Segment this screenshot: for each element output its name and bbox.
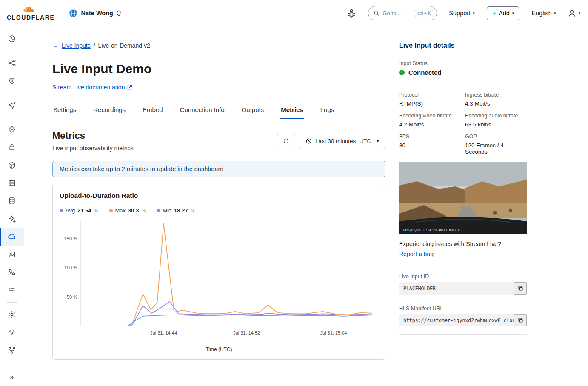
collapse-icon: » (10, 373, 14, 381)
tab-recordings[interactable]: Recordings (92, 101, 126, 119)
time-range-dropdown[interactable]: Last 30 minutes UTC (300, 134, 385, 148)
sidebar-item-package[interactable] (0, 156, 24, 174)
hls-manifest-url-value[interactable]: https://customer-igynxd2rwhmuoxw8.cloudf (399, 314, 514, 326)
sparkle-icon (8, 214, 16, 223)
chart-legend: Avg 21.54 % Max 30.3 % Min 18.27 % (60, 207, 378, 214)
tab-logs[interactable]: Logs (320, 101, 335, 119)
legend-label: Avg (66, 207, 75, 214)
language-label: English (531, 10, 552, 17)
breadcrumb: ← Live Inputs / Live-on-Demand v2 (52, 42, 385, 49)
search-input[interactable] (382, 10, 412, 17)
image-icon (8, 250, 16, 259)
sidebar-item-audit[interactable] (0, 323, 24, 341)
fork-icon (8, 346, 16, 355)
tab-metrics[interactable]: Metrics (280, 101, 304, 119)
chevron-down-icon: ▾ (554, 11, 556, 15)
pipeline-icon (8, 286, 16, 295)
tab-outputs[interactable]: Outputs (241, 101, 265, 119)
svg-text:Jul 31, 14:44: Jul 31, 14:44 (150, 330, 177, 335)
sidebar-item-network[interactable] (0, 54, 24, 72)
user-icon (568, 9, 576, 17)
bug-icon[interactable] (347, 8, 356, 18)
clock-icon (8, 34, 16, 43)
lock-icon (8, 143, 16, 152)
globe-icon (69, 9, 77, 17)
sidebar-item-send[interactable] (0, 96, 24, 114)
sidebar-item-pipelines[interactable] (0, 281, 24, 299)
account-switcher[interactable]: Nate Wong (66, 6, 124, 20)
tag-icon (8, 125, 16, 134)
refresh-icon (283, 138, 289, 144)
field-value: 63.5 kbit/s (465, 121, 527, 128)
sidebar-divider (7, 93, 17, 93)
svg-text:150 %: 150 % (64, 236, 77, 241)
back-arrow-icon: ← (52, 42, 59, 49)
breadcrumb-live-inputs-link[interactable]: Live Inputs (62, 42, 91, 49)
issues-text: Experiencing issues with Stream Live? (399, 240, 527, 247)
field-label: GOP (465, 134, 527, 140)
sidebar-item-locations[interactable] (0, 72, 24, 90)
stream-documentation-link[interactable]: Stream Live documentation (52, 84, 132, 91)
legend-value: 30.3 (128, 207, 139, 214)
field-label: Encoding audio bitrate (465, 113, 527, 119)
sidebar-item-fork[interactable] (0, 341, 24, 359)
legend-unit: % (191, 208, 195, 213)
global-search[interactable]: ctrl + K (368, 6, 437, 20)
status-dot (399, 70, 405, 75)
sidebar-item-calls[interactable] (0, 263, 24, 281)
divider (399, 266, 527, 266)
sidebar-item-database[interactable] (0, 192, 24, 210)
sidebar-item-ssl[interactable] (0, 138, 24, 156)
sidebar-collapse-button[interactable]: » (0, 368, 24, 386)
hls-manifest-url-label: HLS Manifest URL (399, 306, 527, 312)
sidebar-item-settings[interactable] (0, 306, 24, 323)
field-gop: GOP 120 Frames / 4 Seconds (465, 134, 527, 155)
svg-text:50 %: 50 % (67, 295, 77, 300)
chart-card: Upload-to-Duration Ratio Avg 21.54 % Max… (52, 185, 385, 360)
support-label: Support (449, 10, 471, 17)
support-menu[interactable]: Support ▾ (449, 10, 474, 17)
legend-value: 21.54 (77, 207, 91, 214)
location-pin-icon (8, 77, 16, 85)
sidebar-item-tag[interactable] (0, 120, 24, 138)
divider (399, 334, 527, 335)
field-fps: FPS 30 (399, 134, 461, 155)
live-video-preview[interactable]: 2021/01/20 17:34:29 AUKEY DR02 P (399, 162, 527, 234)
live-input-id-value[interactable]: PLACEHOLDER (399, 282, 514, 295)
legend-item-avg: Avg 21.54 % (60, 207, 98, 214)
gear-icon (8, 310, 16, 319)
refresh-button[interactable] (277, 134, 295, 148)
field-protocol: Protocol RTMP(S) (399, 92, 461, 107)
live-input-id-field: PLACEHOLDER (399, 282, 527, 295)
sort-chevrons-icon (117, 10, 121, 17)
account-name: Nate Wong (81, 10, 113, 17)
cloudflare-logo[interactable]: CLOUDFLARE (7, 6, 54, 21)
metrics-heading: Metrics (52, 130, 134, 141)
page-title: Live Input Demo (52, 62, 385, 76)
copy-live-input-id-button[interactable] (514, 282, 527, 295)
sidebar-item-clock[interactable] (0, 30, 24, 48)
chevron-down-icon: ▾ (512, 11, 514, 15)
doc-link-label: Stream Live documentation (52, 84, 125, 91)
sidebar-divider (7, 117, 17, 117)
tab-bar: Settings Recordings Embed Connection Inf… (52, 101, 385, 119)
sidebar-item-ai[interactable] (0, 210, 24, 228)
sidebar-item-stream[interactable] (0, 228, 24, 246)
language-menu[interactable]: English ▾ (531, 10, 556, 17)
sidebar-divider (7, 365, 17, 365)
report-a-bug-link[interactable]: Report a bug (399, 251, 434, 257)
user-menu[interactable]: ▾ (568, 9, 580, 17)
tab-settings[interactable]: Settings (52, 101, 77, 119)
sidebar-item-images[interactable] (0, 246, 24, 263)
tab-embed[interactable]: Embed (142, 101, 164, 119)
details-heading: Live Input details (399, 42, 527, 49)
status-badge: Connected (408, 69, 442, 76)
legend-unit: % (94, 208, 98, 213)
live-input-id-label: Live Input ID (399, 274, 527, 280)
field-ingress-bitrate: Ingress bitrate 4.3 Mbit/s (465, 92, 527, 107)
tab-connection-info[interactable]: Connection Info (179, 101, 225, 119)
copy-hls-url-button[interactable] (514, 314, 527, 326)
sidebar-item-server[interactable] (0, 174, 24, 192)
add-button[interactable]: + Add ▾ (487, 6, 520, 20)
legend-dot-min (157, 209, 160, 212)
